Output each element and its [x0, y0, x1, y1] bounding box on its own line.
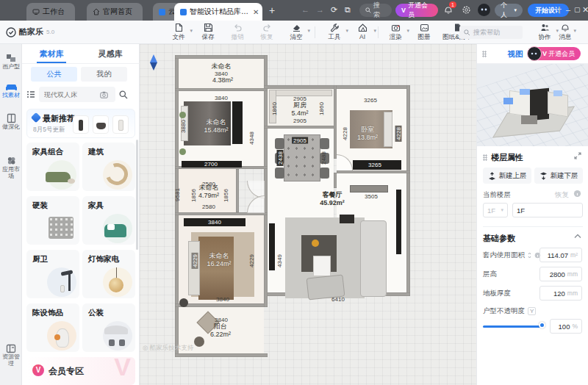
- close-window-icon[interactable]: ✕: [582, 5, 588, 15]
- new-tab-button[interactable]: +: [269, 4, 275, 16]
- ai-button[interactable]: AI▾: [350, 22, 375, 40]
- dining-chair: [275, 168, 284, 179]
- rail-deepen[interactable]: 做深化: [0, 113, 22, 131]
- room-label: 未命名15.48m²: [204, 118, 228, 134]
- undo-button[interactable]: 撤销: [225, 22, 250, 40]
- new-upper-floor-button[interactable]: 新建上层: [483, 168, 531, 184]
- area-value-input[interactable]: 114.07m²: [539, 248, 582, 262]
- category-decor-ornaments[interactable]: 陈设饰品: [26, 303, 79, 352]
- save-button[interactable]: 保存: [196, 22, 220, 40]
- expand-icon[interactable]: [574, 152, 581, 159]
- new-lower-floor-button[interactable]: 新建下层: [534, 168, 583, 184]
- rail-resource-manager[interactable]: 资源管理: [0, 344, 22, 367]
- bed-3[interactable]: [198, 237, 234, 300]
- tab-inspiration-library[interactable]: 灵感库: [81, 44, 140, 63]
- window-curtain[interactable]: [269, 223, 275, 270]
- promo-card[interactable]: 最新推荐 8月5号更新: [26, 109, 135, 138]
- material-search-input[interactable]: [39, 87, 115, 102]
- back-icon[interactable]: ←: [301, 5, 309, 14]
- rail-find-material[interactable]: 找素材: [0, 82, 22, 99]
- message-button[interactable]: 消息▾: [556, 22, 575, 40]
- current-floor-label: 当前楼层: [483, 190, 511, 200]
- redo-button[interactable]: 恢复: [254, 22, 279, 40]
- duplicate-icon[interactable]: ⧉: [345, 5, 351, 15]
- refresh-icon[interactable]: ⟳: [331, 5, 337, 15]
- clear-button[interactable]: 清空▾: [284, 22, 309, 40]
- profile-menu[interactable]: 个人 ▾: [495, 4, 523, 17]
- category-kitchen-bath[interactable]: 厨卫: [26, 250, 79, 298]
- browser-search[interactable]: 搜索: [359, 4, 392, 17]
- subtab-mine[interactable]: 我的: [81, 67, 127, 82]
- restore-button[interactable]: 恢复: [555, 190, 569, 200]
- tile-image: [49, 217, 74, 239]
- umbrella-image: [104, 325, 128, 334]
- vip-watermark: V: [114, 357, 131, 381]
- balcony-pot: [194, 337, 204, 347]
- opacity-slider-knob[interactable]: [539, 322, 545, 328]
- thickness-value-input[interactable]: 120mm: [539, 286, 582, 301]
- rail-app-market[interactable]: 应用市场: [0, 156, 22, 180]
- tab-smart-library[interactable]: 智能设计精品库… ✕: [174, 3, 262, 21]
- vip-v-icon: V: [542, 50, 547, 57]
- vip-upgrade-badge[interactable]: V 开通会员: [395, 4, 438, 17]
- side-speaker: [340, 215, 354, 223]
- maximize-icon[interactable]: ▢: [574, 6, 581, 13]
- floorplan-canvas[interactable]: 未命名 3840 4.38m² 未命名15.48m² 厨房5.4m² 卧室13.…: [140, 44, 476, 385]
- render-button[interactable]: 渲染▾: [383, 22, 408, 40]
- vip-zone-card[interactable]: V V 会员专区: [26, 357, 135, 385]
- file-button[interactable]: 文件▾: [166, 22, 191, 40]
- subtab-public[interactable]: 公共: [31, 67, 77, 82]
- help-search-box[interactable]: 搜索帮助: [459, 26, 523, 39]
- entry-console[interactable]: [350, 185, 388, 192]
- opacity-slider-track[interactable]: [483, 325, 543, 328]
- compass-icon: [150, 54, 157, 71]
- category-commercial[interactable]: 公装: [82, 303, 135, 352]
- minimize-icon[interactable]: –: [566, 5, 570, 14]
- category-architecture[interactable]: 建筑: [82, 143, 135, 191]
- height-value-input[interactable]: 2800mm: [539, 267, 582, 281]
- dining-chair: [275, 138, 284, 149]
- info-icon[interactable]: [573, 190, 581, 198]
- panel-scrollbar[interactable]: [136, 140, 138, 250]
- chevron-up-icon[interactable]: [574, 234, 581, 239]
- sofa-image: [46, 172, 71, 182]
- settings-gear-icon[interactable]: [462, 5, 471, 15]
- collab-button[interactable]: 协作▾: [532, 22, 557, 40]
- material-search-row: [26, 87, 128, 102]
- tab-home[interactable]: 官网首页: [87, 3, 143, 21]
- tools-button[interactable]: 工具▾: [322, 22, 347, 40]
- material-library-panel: 素材库 灵感库 公共 我的 最新推荐 8月5号更新 家具组合: [22, 44, 140, 385]
- cloud-tool-icon: [159, 9, 165, 15]
- opacity-value-input[interactable]: 100%: [550, 319, 582, 334]
- notification-bell-icon[interactable]: 1: [444, 5, 453, 15]
- tab-workbench[interactable]: 工作台: [26, 3, 75, 21]
- tv-wall[interactable]: [396, 190, 401, 254]
- search-input[interactable]: [43, 90, 100, 99]
- album-button[interactable]: 图册: [412, 22, 437, 40]
- sofa[interactable]: [360, 220, 387, 297]
- category-furniture-set[interactable]: 家具组合: [26, 143, 79, 191]
- floor-name-input[interactable]: 1F: [512, 203, 583, 217]
- room-label: 阳台6.22m²: [210, 323, 231, 339]
- search-icon[interactable]: [119, 90, 128, 99]
- drag-handle-icon[interactable]: [482, 51, 487, 57]
- version-label: 5.0: [46, 29, 54, 35]
- category-furniture[interactable]: 家具: [82, 196, 135, 245]
- forward-icon[interactable]: →: [316, 5, 324, 14]
- category-lighting-appliance[interactable]: 灯饰家电: [82, 250, 135, 298]
- wardrobe-bedroom1[interactable]: [232, 101, 243, 144]
- sort-icon[interactable]: [527, 252, 532, 259]
- search-icon: [365, 7, 371, 13]
- tab-material-library[interactable]: 素材库: [22, 44, 81, 63]
- promo-thumb: [93, 115, 109, 134]
- category-list-icon[interactable]: [26, 90, 35, 98]
- camera-search-icon[interactable]: [100, 91, 108, 98]
- 3d-preview[interactable]: [477, 64, 588, 146]
- user-avatar[interactable]: [478, 4, 490, 16]
- category-hard-decor[interactable]: 硬装: [26, 196, 79, 245]
- start-design-button[interactable]: 开始设计: [528, 4, 569, 17]
- floor-select[interactable]: 1F▾: [483, 203, 508, 217]
- rail-draw-floorplan[interactable]: 画户型: [0, 53, 22, 71]
- close-tab-icon[interactable]: ✕: [253, 8, 259, 16]
- vip-upgrade-button[interactable]: V 开通会员: [528, 47, 581, 60]
